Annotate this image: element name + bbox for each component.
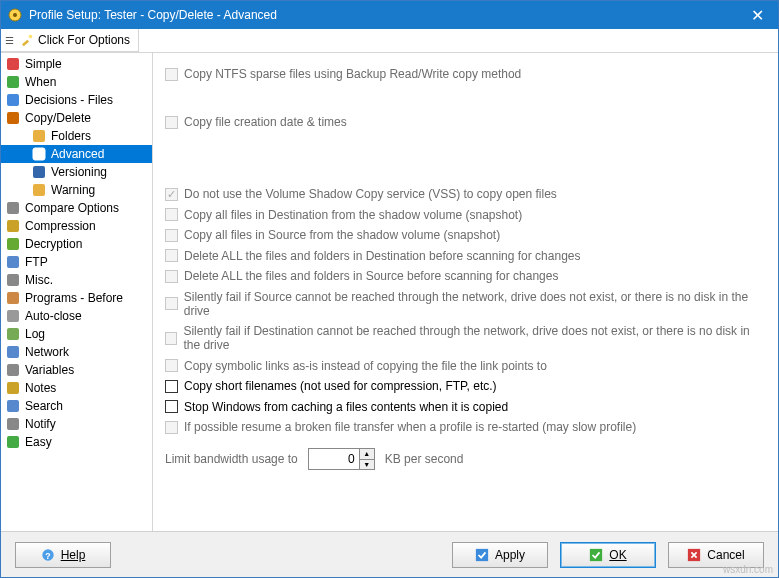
bandwidth-spinner[interactable]: ▲ ▼ [308,448,375,470]
opt-fail-dest[interactable]: Silently fail if Destination cannot be r… [165,324,766,352]
svg-rect-8 [33,130,45,142]
checkbox-icon [165,332,177,345]
apply-button[interactable]: Apply [452,542,548,568]
sidebar-item-compare-options[interactable]: Compare Options [1,199,152,217]
help-button[interactable]: ? Help [15,542,111,568]
sidebar-item-ftp[interactable]: FTP [1,253,152,271]
titlebar: Profile Setup: Tester - Copy/Delete - Ad… [1,1,778,29]
click-for-options[interactable]: ☰ Click For Options [1,29,139,52]
sidebar-item-label: Compression [25,219,96,233]
sidebar-item-decisions-files[interactable]: Decisions - Files [1,91,152,109]
svg-rect-10 [33,166,45,178]
svg-rect-16 [7,274,19,286]
opt-creation[interactable]: Copy file creation date & times [165,115,766,129]
tree-icon [5,236,21,252]
click-for-options-label: Click For Options [38,33,130,47]
opt-cache[interactable]: Stop Windows from caching a files conten… [165,400,766,414]
opt-symlinks[interactable]: Copy symbolic links as-is instead of cop… [165,359,766,373]
sidebar-item-compression[interactable]: Compression [1,217,152,235]
opt-resume[interactable]: If possible resume a broken file transfe… [165,420,766,434]
tree-icon [5,362,21,378]
checkbox-icon [165,229,178,242]
sidebar-item-label: Advanced [51,147,104,161]
checkbox-label: Copy all files in Source from the shadow… [184,228,500,242]
sidebar-item-decryption[interactable]: Decryption [1,235,152,253]
checkbox-icon [165,188,178,201]
apply-icon [475,548,489,562]
svg-rect-19 [7,328,19,340]
svg-rect-9 [33,148,45,160]
svg-rect-29 [590,548,602,560]
close-button[interactable]: ✕ [736,1,778,29]
checkbox-icon [165,359,178,372]
sidebar-item-when[interactable]: When [1,73,152,91]
opt-vss[interactable]: Do not use the Volume Shadow Copy servic… [165,187,766,201]
checkbox-icon [165,400,178,413]
svg-text:?: ? [45,550,50,560]
content: Copy NTFS sparse files using Backup Read… [153,53,778,531]
sidebar-item-programs-before[interactable]: Programs - Before [1,289,152,307]
sidebar-item-label: Log [25,327,45,341]
sidebar-item-simple[interactable]: Simple [1,55,152,73]
sidebar-item-folders[interactable]: Folders [1,127,152,145]
sidebar-item-search[interactable]: Search [1,397,152,415]
checkbox-label: Copy symbolic links as-is instead of cop… [184,359,547,373]
sidebar-item-label: Notes [25,381,56,395]
sidebar-item-advanced[interactable]: Advanced [1,145,152,163]
svg-rect-2 [22,40,29,47]
tree-icon [5,308,21,324]
checkbox-label: Copy file creation date & times [184,115,347,129]
sidebar-item-warning[interactable]: Warning [1,181,152,199]
app-icon [7,7,23,23]
sidebar-item-label: Easy [25,435,52,449]
tree-icon [5,326,21,342]
tree-icon [5,272,21,288]
sidebar-item-label: Simple [25,57,62,71]
spinner-up-icon[interactable]: ▲ [360,449,374,460]
svg-rect-12 [7,202,19,214]
spinner-buttons[interactable]: ▲ ▼ [359,449,374,469]
checkbox-label: Stop Windows from caching a files conten… [184,400,508,414]
sidebar-item-misc-[interactable]: Misc. [1,271,152,289]
bandwidth-value[interactable] [309,449,359,469]
opt-del-dest[interactable]: Delete ALL the files and folders in Dest… [165,249,766,263]
main-area: SimpleWhenDecisions - FilesCopy/DeleteFo… [1,53,778,531]
tree-icon [31,146,47,162]
tree-icon [31,164,47,180]
cancel-button[interactable]: Cancel [668,542,764,568]
cancel-label: Cancel [707,548,744,562]
tree-icon [5,344,21,360]
help-label: Help [61,548,86,562]
spinner-down-icon[interactable]: ▼ [360,460,374,470]
sidebar-item-variables[interactable]: Variables [1,361,152,379]
checkbox-label: Do not use the Volume Shadow Copy servic… [184,187,557,201]
checkbox-icon [165,270,178,283]
sidebar-item-auto-close[interactable]: Auto-close [1,307,152,325]
footer: ? Help Apply OK Cancel [1,531,778,577]
tree-icon [31,128,47,144]
opt-del-src[interactable]: Delete ALL the files and folders in Sour… [165,269,766,283]
checkbox-label: If possible resume a broken file transfe… [184,420,636,434]
sidebar-item-copy-delete[interactable]: Copy/Delete [1,109,152,127]
opt-shadow-src[interactable]: Copy all files in Source from the shadow… [165,228,766,242]
opt-shadow-dest[interactable]: Copy all files in Destination from the s… [165,208,766,222]
ok-button[interactable]: OK [560,542,656,568]
sidebar-item-label: When [25,75,56,89]
tree-icon [5,56,21,72]
sidebar-item-easy[interactable]: Easy [1,433,152,451]
opt-fail-src[interactable]: Silently fail if Source cannot be reache… [165,290,766,318]
opt-shortnames[interactable]: Copy short filenames (not used for compr… [165,379,766,393]
arrow-icon: ☰ [5,35,14,46]
sidebar-item-notes[interactable]: Notes [1,379,152,397]
sidebar-item-label: Search [25,399,63,413]
svg-point-1 [13,13,17,17]
sidebar-item-log[interactable]: Log [1,325,152,343]
tree-icon [31,182,47,198]
svg-rect-5 [7,76,19,88]
sidebar-item-notify[interactable]: Notify [1,415,152,433]
opt-sparse[interactable]: Copy NTFS sparse files using Backup Read… [165,67,766,81]
sidebar-item-versioning[interactable]: Versioning [1,163,152,181]
checkbox-icon [165,297,178,310]
tree-icon [5,380,21,396]
sidebar-item-network[interactable]: Network [1,343,152,361]
